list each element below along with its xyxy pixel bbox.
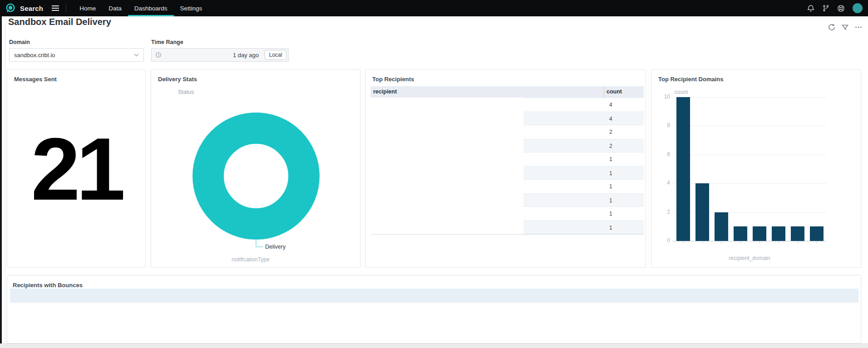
count-cell: 2 — [609, 129, 612, 135]
table-row: 1 — [370, 180, 644, 193]
x-tick-mark — [702, 241, 703, 244]
nav-tab-data[interactable]: Data — [102, 0, 128, 16]
table-header-row: recipient count — [370, 86, 644, 98]
time-range-input[interactable]: 1 day ago Local — [151, 48, 289, 62]
help-lifebuoy-icon[interactable] — [837, 5, 845, 12]
bar — [734, 226, 747, 241]
x-axis-label: recipient_domain — [672, 255, 827, 261]
search-logo[interactable] — [5, 2, 16, 14]
bounces-table-header-row — [10, 289, 858, 303]
messages-sent-value: 21 — [7, 70, 145, 267]
filter-button[interactable] — [842, 24, 848, 31]
count-cell: 1 — [609, 183, 612, 190]
redacted-recipient-cell — [370, 206, 523, 221]
table-row: 2 — [370, 125, 644, 139]
redacted-recipient-cell — [370, 98, 523, 112]
redacted-recipient-cell — [370, 166, 523, 180]
nav-divider — [66, 4, 66, 13]
bar — [772, 226, 785, 241]
count-cell: 1 — [609, 211, 612, 217]
panel-delivery-stats: Delivery Stats Status Delivery notificat… — [151, 69, 360, 268]
x-tick-mark — [740, 241, 741, 244]
panel-title: Top Recipients — [372, 76, 414, 83]
collapsed-sidebar-strip — [0, 16, 2, 343]
x-tick-mark — [817, 241, 817, 244]
recipients-table: recipient count 4422111111 — [370, 86, 644, 235]
table-row: 1 — [370, 207, 644, 221]
redacted-recipient-cell — [370, 112, 523, 125]
nav-tab-home[interactable]: Home — [73, 0, 102, 16]
count-cell: 2 — [609, 143, 612, 149]
domain-select[interactable]: sandbox.cribl.io — [9, 48, 144, 62]
timezone-local-button[interactable]: Local — [265, 50, 286, 60]
count-cell: 4 — [609, 102, 612, 108]
notifications-bell-icon[interactable] — [807, 5, 814, 12]
y-tick-label: 6 — [652, 151, 670, 157]
more-options-button[interactable] — [855, 24, 862, 31]
column-header-count: count — [607, 88, 622, 95]
refresh-button[interactable] — [828, 24, 835, 31]
app-root: Search HomeDataDashboardsSettings — [0, 0, 868, 348]
table-body: 4422111111 — [370, 98, 644, 235]
bar — [753, 226, 766, 241]
brand-label: Search — [20, 5, 43, 12]
gridline — [672, 126, 827, 126]
bar — [791, 226, 804, 241]
count-cell: 1 — [609, 225, 612, 231]
nav-tabs: HomeDataDashboardsSettings — [73, 0, 208, 16]
nav-tab-settings[interactable]: Settings — [174, 0, 209, 16]
bar — [715, 212, 728, 241]
domain-select-value: sandbox.cribl.io — [14, 52, 55, 59]
y-axis-label: count — [675, 89, 688, 95]
y-tick-label: 4 — [652, 180, 670, 186]
horizontal-scrollbar-track[interactable] — [0, 343, 868, 348]
column-divider — [604, 86, 604, 98]
y-tick-label: 2 — [652, 209, 670, 215]
table-row: 1 — [370, 166, 644, 180]
redacted-recipient-cell — [370, 139, 523, 152]
count-cell: 4 — [609, 116, 612, 122]
x-tick-mark — [721, 241, 722, 244]
domain-filter-label: Domain — [9, 39, 30, 45]
table-row: 4 — [370, 112, 644, 125]
content-left-border — [5, 16, 5, 343]
time-range-label: Time Range — [151, 39, 183, 45]
panel-recipients-with-bounces: Recipients with Bounces — [7, 275, 861, 343]
dashboard-actions — [828, 24, 862, 31]
bar — [695, 183, 709, 241]
time-range-value: 1 day ago — [233, 52, 259, 59]
table-row: 4 — [370, 98, 644, 112]
panel-top-recipient-domains: Top Recipient Domains count recipient_do… — [651, 69, 861, 268]
y-tick-label: 0 — [652, 237, 670, 244]
page-title: Sandbox Email Delivery — [8, 17, 111, 27]
table-row: 1 — [370, 221, 644, 234]
donut-dimension-label: notificationType — [217, 256, 285, 263]
table-row: 2 — [370, 139, 644, 152]
donut-chart — [151, 70, 361, 268]
redacted-recipient-cell — [370, 152, 523, 167]
bar-chart: count recipient_domain 0246810 — [651, 70, 861, 267]
clock-icon — [155, 52, 162, 58]
x-tick-mark — [779, 241, 779, 244]
git-branch-icon[interactable] — [822, 5, 829, 12]
redacted-recipient-cell — [370, 125, 523, 139]
x-axis-line — [672, 241, 827, 241]
x-tick-mark — [798, 241, 798, 244]
bar — [676, 97, 690, 241]
column-header-recipient: recipient — [373, 88, 397, 95]
table-row: 1 — [370, 193, 644, 207]
y-tick-label: 10 — [652, 93, 670, 100]
top-navbar: Search HomeDataDashboardsSettings — [0, 0, 868, 16]
panel-messages-sent: Messages Sent 21 — [7, 69, 146, 268]
x-tick-mark — [760, 241, 760, 244]
user-avatar[interactable] — [853, 3, 863, 13]
redacted-recipient-cell — [370, 221, 523, 234]
donut-slice-label: Delivery — [265, 244, 286, 250]
count-cell: 1 — [609, 156, 612, 162]
y-tick-label: 8 — [652, 122, 670, 128]
navbar-right — [807, 3, 865, 13]
nav-tab-dashboards[interactable]: Dashboards — [128, 0, 174, 16]
hamburger-menu-icon[interactable] — [51, 5, 59, 11]
gridline — [672, 155, 827, 155]
x-tick-mark — [683, 241, 684, 244]
